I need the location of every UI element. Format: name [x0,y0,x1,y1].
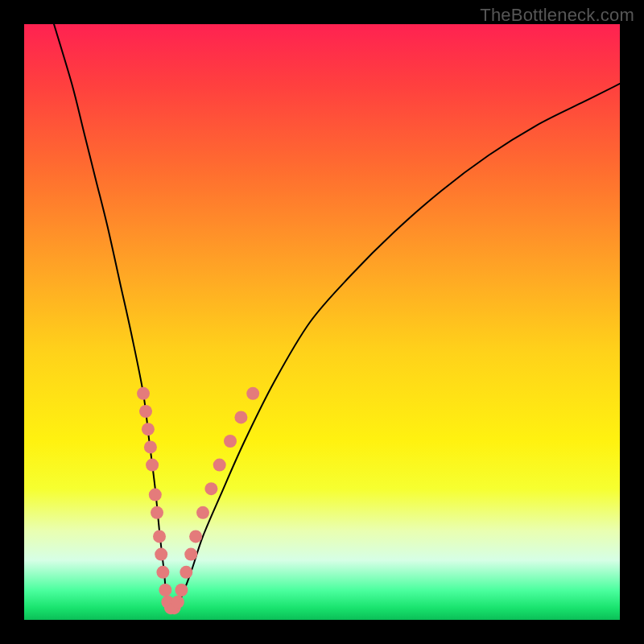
data-marker [196,506,209,519]
data-marker [246,387,259,400]
data-marker [180,566,192,579]
data-marker [137,387,150,400]
watermark-text: TheBottleneck.com [480,5,634,26]
data-marker [171,596,184,609]
data-marker [144,440,157,453]
data-marker [224,435,237,448]
data-marker [159,584,171,597]
data-marker [146,459,159,472]
data-marker [149,489,162,502]
data-marker [151,506,163,519]
data-marker [142,423,155,436]
data-marker [189,530,202,543]
data-marker [153,530,166,543]
data-marker [204,482,217,495]
data-marker [184,548,197,561]
bottleneck-curve [54,24,620,608]
data-marker [139,405,152,418]
chart-frame: TheBottleneck.com [0,0,644,644]
curve-layer [24,24,620,620]
data-marker [213,459,226,472]
data-marker [155,548,167,561]
plot-area [24,24,620,620]
data-marker [175,584,188,597]
data-marker [234,411,247,423]
marker-group [137,387,259,614]
data-marker [156,566,169,579]
